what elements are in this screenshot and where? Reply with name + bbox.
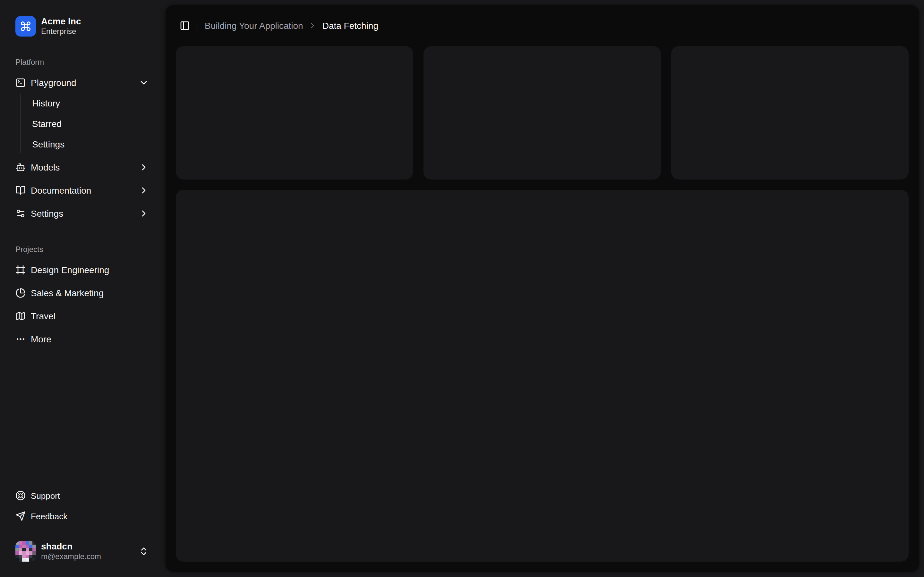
placeholder-panel	[176, 190, 909, 562]
chevron-down-icon	[139, 77, 149, 88]
sidebar-content: Platform Playground History Starred Sett…	[5, 47, 159, 530]
nav-group-platform: Platform Playground History Starred Sett…	[5, 52, 159, 224]
playground-submenu: History Starred Settings	[20, 94, 154, 153]
user-name: shadcn	[41, 540, 134, 552]
app-root: Acme Inc Enterprise Platform Playground	[0, 0, 924, 577]
user-menu-button[interactable]: shadcn m@example.com	[10, 535, 154, 567]
sidebar-item-playground[interactable]: Playground	[10, 73, 154, 93]
sidebar-item-travel[interactable]: Travel	[10, 306, 154, 326]
breadcrumb: Building Your Application Data Fetching	[205, 21, 378, 31]
sidebar-item-support[interactable]: Support	[10, 487, 154, 504]
settings-icon	[15, 208, 26, 219]
sidebar-header: Acme Inc Enterprise	[5, 5, 159, 47]
life-buoy-icon	[15, 490, 26, 501]
sidebar-item-sales-marketing[interactable]: Sales & Marketing	[10, 283, 154, 303]
user-info: shadcn m@example.com	[41, 540, 134, 562]
ellipsis-icon	[15, 334, 26, 344]
team-plan: Enterprise	[41, 27, 81, 37]
sidebar-item-models[interactable]: Models	[10, 157, 154, 177]
sidebar-item-documentation[interactable]: Documentation	[10, 180, 154, 201]
sidebar-subitem-history[interactable]: History	[27, 94, 154, 112]
pie-chart-icon	[15, 288, 26, 298]
team-name: Acme Inc	[41, 15, 81, 27]
nav-group-secondary: Support Feedback	[5, 487, 159, 525]
sidebar-item-more[interactable]: More	[10, 329, 154, 350]
header-separator	[198, 21, 198, 31]
main-header: Building Your Application Data Fetching	[166, 5, 919, 46]
user-avatar	[15, 541, 36, 561]
breadcrumb-parent-link[interactable]: Building Your Application	[205, 21, 303, 31]
sidebar-toggle-button[interactable]	[176, 17, 194, 35]
group-label-projects: Projects	[10, 239, 154, 259]
placeholder-card-3	[671, 46, 909, 179]
nav-group-projects: Projects Design Engineering Sales & Mark…	[5, 239, 159, 350]
user-email: m@example.com	[41, 552, 134, 562]
group-label-platform: Platform	[10, 52, 154, 73]
main-panel: Building Your Application Data Fetching	[166, 5, 919, 572]
command-icon	[15, 16, 36, 36]
bot-icon	[15, 162, 26, 172]
panel-left-icon	[180, 21, 190, 31]
square-terminal-icon	[15, 77, 26, 88]
sidebar-item-feedback[interactable]: Feedback	[10, 507, 154, 525]
frame-icon	[15, 265, 26, 275]
send-icon	[15, 511, 26, 521]
sidebar-footer: shadcn m@example.com	[5, 530, 159, 572]
main-content	[166, 46, 919, 572]
chevron-right-icon	[139, 162, 149, 172]
chevrons-up-down-icon	[139, 546, 149, 556]
map-icon	[15, 311, 26, 321]
book-open-icon	[15, 185, 26, 195]
chevron-right-icon	[139, 185, 149, 195]
team-info: Acme Inc Enterprise	[41, 15, 81, 37]
nav-item-playground-wrap: Playground History Starred Settings	[10, 73, 154, 155]
sidebar-item-settings[interactable]: Settings	[10, 203, 154, 224]
placeholder-cards-row	[176, 46, 909, 179]
placeholder-card-1	[176, 46, 413, 179]
chevron-right-icon	[139, 208, 149, 219]
sidebar: Acme Inc Enterprise Platform Playground	[0, 0, 164, 577]
team-switcher-button[interactable]: Acme Inc Enterprise	[10, 10, 154, 42]
sidebar-item-design-engineering[interactable]: Design Engineering	[10, 259, 154, 280]
breadcrumb-current-page: Data Fetching	[322, 21, 378, 31]
chevron-right-icon	[309, 21, 317, 30]
placeholder-card-2	[423, 46, 661, 179]
sidebar-subitem-settings[interactable]: Settings	[27, 135, 154, 153]
sidebar-subitem-starred[interactable]: Starred	[27, 115, 154, 133]
